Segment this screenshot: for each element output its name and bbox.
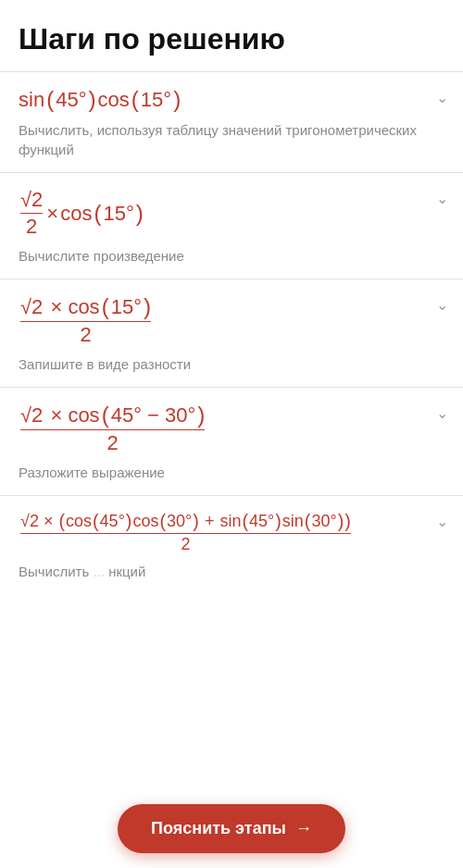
step-3-math: √2 × cos ( 15° ) 2	[19, 294, 444, 347]
explain-button-arrow: →	[295, 819, 312, 838]
page-title: Шаги по решению	[0, 0, 463, 71]
sin-label: sin	[19, 88, 44, 112]
step-5-math: √2 × ( cos ( 45° ) cos ( 30° ) + sin ( 4…	[19, 511, 444, 554]
step-1: sin ( 45° ) cos ( 15° ) Вычислить, испол…	[0, 71, 463, 172]
step-4: √2 × cos ( 45° − 30° ) 2 Разложите выраж…	[0, 387, 463, 495]
step-2-desc: Вычислите произведение	[19, 246, 444, 266]
bottom-bar: Пояснить этапы →	[0, 789, 463, 868]
chevron-icon-2[interactable]: ⌄	[436, 190, 448, 207]
step-2-math: √2 2 × cos ( 15° )	[19, 188, 444, 239]
step-1-math: sin ( 45° ) cos ( 15° )	[19, 87, 444, 113]
step-4-math: √2 × cos ( 45° − 30° ) 2	[19, 403, 444, 455]
step-4-desc: Разложите выражение	[19, 463, 444, 482]
explain-button[interactable]: Пояснить этапы →	[118, 804, 345, 853]
step-1-desc: Вычислить, используя таблицу значений тр…	[19, 120, 444, 159]
step-5-desc: Вычислить ... нкций	[19, 562, 444, 581]
step-3: √2 × cos ( 15° ) 2 Запишите в виде разно…	[0, 279, 463, 387]
explain-button-label: Пояснить этапы	[151, 819, 286, 838]
step-3-desc: Запишите в виде разности	[19, 354, 444, 374]
chevron-icon-5[interactable]: ⌄	[436, 513, 448, 530]
chevron-icon-4[interactable]: ⌄	[436, 404, 448, 422]
chevron-icon-1[interactable]: ⌄	[436, 89, 448, 106]
chevron-icon-3[interactable]: ⌄	[436, 296, 448, 314]
step-5: √2 × ( cos ( 45° ) cos ( 30° ) + sin ( 4…	[0, 495, 463, 655]
step-2: √2 2 × cos ( 15° ) Вычислите произведени…	[0, 172, 463, 279]
